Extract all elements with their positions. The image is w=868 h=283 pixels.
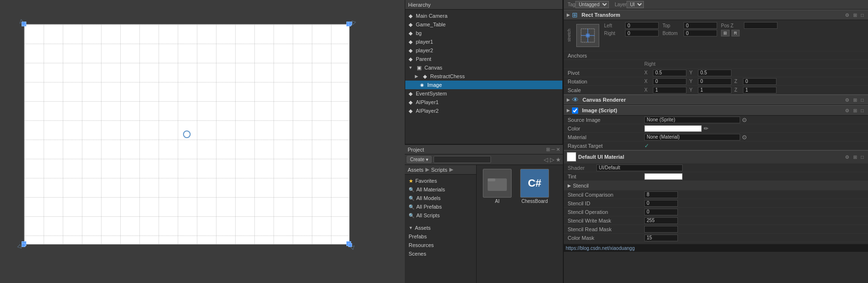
stencil-comp-input[interactable] (644, 191, 678, 198)
source-image-value: ⊙ (644, 117, 864, 123)
layer-dropdown[interactable]: UI (627, 1, 644, 8)
hier-label-parent: Parent (416, 56, 431, 62)
fav-all-models[interactable]: 🔍 All Models (405, 194, 476, 202)
fav-prefabs-label: All Prefabs (416, 204, 442, 210)
gameobj-icon-restrictchess: ◆ (422, 73, 428, 80)
rect-action1[interactable]: ⊞ (852, 12, 858, 18)
handle-top-left[interactable]: ◁ (22, 22, 27, 27)
canvas-settings-icon[interactable]: ⚙ (844, 97, 851, 103)
image-settings-icon[interactable]: ⚙ (844, 108, 851, 113)
fav-all-prefabs[interactable]: 🔍 All Prefabs (405, 202, 476, 211)
source-image-circle-btn[interactable]: ⊙ (742, 117, 747, 123)
hier-item-eventsystem[interactable]: ◆ EventSystem (405, 89, 562, 98)
hier-item-restrictchess[interactable]: ▶ ◆ RestractChess (405, 72, 562, 81)
hier-item-game-table[interactable]: ◆ Game_Table (405, 20, 562, 29)
material-action2[interactable]: □ (859, 154, 865, 160)
image-enabled-checkbox[interactable] (572, 107, 578, 114)
hier-item-player1[interactable]: ◆ player1 (405, 37, 562, 46)
rot-x-input[interactable] (653, 78, 686, 85)
canvas-action1[interactable]: ⊞ (852, 97, 858, 103)
pivot-x-input[interactable] (653, 70, 686, 76)
raycast-value: ✓ (644, 142, 864, 149)
stencil-comparison-row: Stencil Comparison (564, 190, 868, 199)
stencil-id-input[interactable] (644, 200, 678, 207)
assets-scenes[interactable]: Scenes (405, 249, 476, 258)
color-mask-input[interactable] (644, 235, 678, 241)
scale-z-input[interactable] (743, 87, 777, 94)
material-actions: ⚙ ⊞ □ (844, 154, 865, 160)
rect-row-bottom: Right Bottom ⊞ R (604, 30, 865, 36)
rect-expand-icon: ▶ (567, 12, 570, 17)
hier-item-parent[interactable]: ◆ Parent (405, 55, 562, 63)
rot-z-input[interactable] (743, 78, 777, 85)
rect-action2[interactable]: □ (859, 12, 865, 18)
hier-item-player2[interactable]: ◆ player2 (405, 46, 562, 55)
project-content: Assets ▶ Scripts ▶ ★ Favorites 🔍 All Mat… (405, 165, 563, 283)
material-input[interactable] (644, 134, 740, 141)
scale-y-input[interactable] (698, 87, 731, 94)
material-circle-btn[interactable]: ⊙ (742, 134, 747, 141)
tag-dropdown[interactable]: Untagged (575, 1, 609, 8)
rot-z-label: Z (734, 79, 740, 84)
rect-transform-visual[interactable] (576, 24, 599, 47)
hier-label-restrictchess: RestractChess (430, 73, 465, 79)
stencil-write-input[interactable] (644, 217, 678, 224)
hier-item-aiplayer1[interactable]: ◆ AIPlayer1 (405, 98, 562, 106)
assets-resources[interactable]: Resources (405, 241, 476, 249)
pencil-icon[interactable]: ✏ (704, 125, 708, 132)
handle-bottom-right[interactable]: ◁ (346, 241, 352, 247)
project-tree: Assets ▶ Scripts ▶ ★ Favorites 🔍 All Mat… (405, 165, 477, 283)
stretch-label-container: stretch (567, 22, 571, 49)
bottom-input[interactable] (684, 30, 717, 36)
file-item-chessboard[interactable]: C# ChessBoard (518, 169, 551, 279)
hier-item-main-camera[interactable]: ◆ Main Camera (405, 12, 562, 20)
favorites-header-item[interactable]: ★ Favorites (405, 177, 476, 185)
material-section-header[interactable]: Default UI Material ⚙ ⊞ □ (564, 150, 868, 164)
top-input[interactable] (684, 22, 717, 29)
handle-top-right[interactable]: ◁ (346, 22, 352, 27)
source-image-input[interactable] (644, 117, 740, 123)
breadcrumb-scripts: Scripts (431, 167, 447, 173)
fav-all-scripts[interactable]: 🔍 All Scripts (405, 211, 476, 220)
project-toolbar: Create ▾ ◁ ▷ ★ (405, 154, 563, 165)
left-label: Left (604, 23, 621, 28)
stencil-read-input[interactable] (644, 226, 678, 233)
image-action2[interactable]: □ (859, 108, 865, 113)
material-action1[interactable]: ⊞ (852, 154, 858, 160)
handle-bottom-left[interactable]: ◁ (22, 241, 27, 247)
right-input[interactable] (625, 30, 659, 36)
posz-input[interactable] (744, 22, 777, 29)
tint-swatch[interactable] (644, 173, 683, 180)
shader-input[interactable] (596, 165, 683, 171)
hier-item-bg[interactable]: ◆ bg (405, 29, 562, 37)
canvas-renderer-header[interactable]: ▶ 👁 Canvas Renderer ⚙ ⊞ □ (564, 94, 868, 105)
hier-item-image[interactable]: ◉ Image (405, 81, 562, 89)
image-script-header[interactable]: ▶ Image (Script) ⚙ ⊞ □ (564, 105, 868, 116)
assets-header-item[interactable]: ▼ Assets (405, 224, 476, 232)
hier-item-aiplayer2[interactable]: ◆ AIPlayer2 (405, 106, 562, 115)
rect-r-btn[interactable]: ⊞ (721, 30, 730, 36)
file-item-ai[interactable]: AI (480, 169, 514, 279)
rect-r-btn2[interactable]: R (731, 30, 740, 36)
material-settings-icon[interactable]: ⚙ (844, 154, 851, 160)
fav-all-materials[interactable]: 🔍 All Materials (405, 185, 476, 194)
canvas-action2[interactable]: □ (859, 97, 865, 103)
stencil-op-input[interactable] (644, 209, 678, 215)
create-button[interactable]: Create ▾ (407, 156, 432, 163)
shader-label: Shader (568, 165, 596, 171)
bottom-label: Bottom (662, 31, 680, 36)
rect-settings-icon[interactable]: ⚙ (844, 12, 851, 18)
hierarchy-title: Hierarchy (408, 2, 431, 8)
image-action1[interactable]: ⊞ (852, 108, 858, 113)
raycast-checkbox[interactable]: ✓ (644, 142, 649, 149)
pivot-y-input[interactable] (698, 70, 731, 76)
rect-transform-header[interactable]: ▶ ⊞ Rect Transform ⚙ ⊞ □ (564, 10, 868, 20)
left-input[interactable] (625, 22, 659, 29)
color-swatch[interactable] (644, 125, 702, 132)
tint-label: Tint (568, 174, 644, 179)
scale-x-input[interactable] (653, 87, 686, 94)
rot-y-input[interactable] (698, 78, 731, 85)
project-search-input[interactable] (434, 156, 491, 163)
assets-prefabs[interactable]: Prefabs (405, 232, 476, 241)
hier-item-canvas[interactable]: ▼ ▣ Canvas (405, 63, 562, 72)
